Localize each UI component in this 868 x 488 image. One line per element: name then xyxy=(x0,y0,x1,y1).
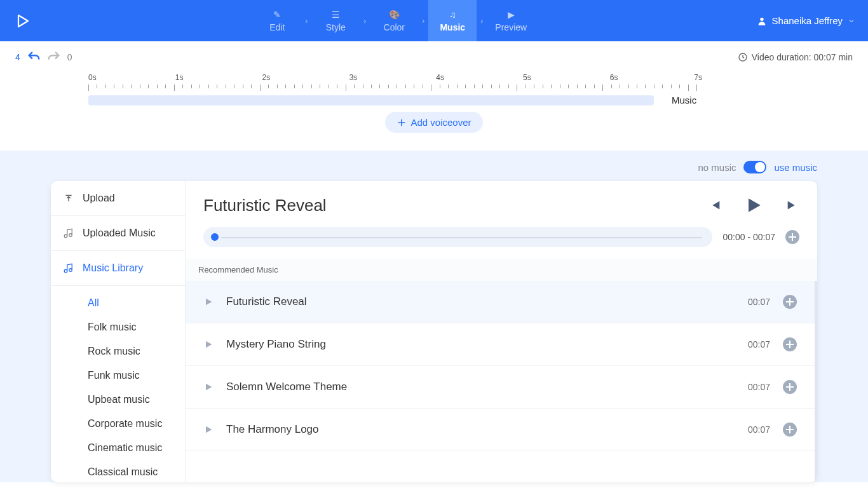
timeline: 0s 1s 2s 3s 4s 5s 6s 7s Music Add voiceo… xyxy=(0,73,868,151)
play-icon[interactable] xyxy=(203,297,214,307)
next-track-button[interactable] xyxy=(785,198,799,212)
category-classical[interactable]: Classical music xyxy=(51,460,185,482)
prev-track-button[interactable] xyxy=(708,198,722,212)
undo-icon[interactable] xyxy=(27,50,41,64)
app-header: ✎Edit › ☰Style › 🎨Color › ♫Music › ▶Prev… xyxy=(0,0,868,41)
music-track-row: Music xyxy=(88,95,815,105)
user-icon xyxy=(757,16,767,26)
recommended-header: Recommended Music xyxy=(186,259,817,281)
play-icon[interactable] xyxy=(203,424,214,435)
use-music-label: use music xyxy=(774,162,817,173)
step-color[interactable]: 🎨Color xyxy=(370,0,418,41)
chevron-right-icon: › xyxy=(360,0,370,41)
user-menu[interactable]: Shaneika Jeffrey xyxy=(757,15,855,26)
track-row[interactable]: Solemn Welcome Theme 00:07 xyxy=(186,366,815,409)
music-section: no music use music Upload Uploaded Music… xyxy=(0,151,868,482)
no-music-label: no music xyxy=(698,162,736,173)
user-name: Shaneika Jeffrey xyxy=(772,15,843,26)
svg-point-0 xyxy=(760,17,763,20)
progress-bar[interactable] xyxy=(203,227,712,247)
play-icon[interactable] xyxy=(203,339,214,349)
category-list: All Folk music Rock music Funk music Upb… xyxy=(51,286,185,482)
track-row[interactable]: Futuristic Reveal 00:07 xyxy=(186,281,815,323)
category-corporate[interactable]: Corporate music xyxy=(51,412,185,436)
redo-icon[interactable] xyxy=(47,50,61,64)
add-track-button[interactable] xyxy=(783,337,797,351)
music-note-icon xyxy=(62,227,75,239)
current-track-title: Futuristic Reveal xyxy=(203,196,695,215)
add-track-button[interactable] xyxy=(783,380,797,394)
music-library-icon xyxy=(62,262,75,274)
step-edit[interactable]: ✎Edit xyxy=(253,0,301,41)
step-music[interactable]: ♫Music xyxy=(428,0,477,41)
play-icon[interactable] xyxy=(203,382,214,392)
music-library-tab[interactable]: Music Library xyxy=(51,251,185,286)
step-preview[interactable]: ▶Preview xyxy=(487,0,535,41)
track-row[interactable]: Mystery Piano String 00:07 xyxy=(186,323,815,366)
progress-time: 00:00 - 00:07 xyxy=(722,232,775,242)
add-track-button[interactable] xyxy=(785,230,799,244)
wizard-nav: ✎Edit › ☰Style › 🎨Color › ♫Music › ▶Prev… xyxy=(32,0,757,41)
chevron-right-icon: › xyxy=(477,0,487,41)
category-upbeat[interactable]: Upbeat music xyxy=(51,388,185,412)
edit-icon: ✎ xyxy=(273,10,281,20)
music-track-bar[interactable] xyxy=(88,95,654,105)
music-toggle-row: no music use music xyxy=(0,151,868,181)
music-toggle[interactable] xyxy=(743,161,766,173)
step-style[interactable]: ☰Style xyxy=(311,0,360,41)
undo-count: 4 xyxy=(15,52,20,62)
toolbar: 4 0 Video duration: 00:07 min xyxy=(0,41,868,73)
music-icon: ♫ xyxy=(449,10,456,20)
music-main: Futuristic Reveal 00:00 - 00:07 Recommen… xyxy=(186,181,817,482)
palette-icon: 🎨 xyxy=(389,10,400,20)
progress-handle[interactable] xyxy=(211,233,219,241)
chevron-right-icon: › xyxy=(418,0,428,41)
category-cinematic[interactable]: Cinematic music xyxy=(51,436,185,460)
add-track-button[interactable] xyxy=(783,423,797,437)
category-all[interactable]: All xyxy=(51,291,185,315)
category-rock[interactable]: Rock music xyxy=(51,339,185,363)
uploaded-music-tab[interactable]: Uploaded Music xyxy=(51,216,185,251)
clock-icon xyxy=(738,52,748,62)
time-ruler[interactable]: 0s 1s 2s 3s 4s 5s 6s 7s xyxy=(88,73,697,95)
track-label: Music xyxy=(672,95,696,105)
add-voiceover-button[interactable]: Add voiceover xyxy=(385,112,482,133)
music-panel: Upload Uploaded Music Music Library All … xyxy=(51,181,817,482)
add-track-button[interactable] xyxy=(783,295,797,309)
chevron-down-icon xyxy=(848,17,855,25)
app-logo[interactable] xyxy=(13,11,32,30)
music-sidebar: Upload Uploaded Music Music Library All … xyxy=(51,181,186,482)
play-icon: ▶ xyxy=(508,10,515,20)
category-folk[interactable]: Folk music xyxy=(51,315,185,339)
upload-icon xyxy=(62,193,75,203)
upload-tab[interactable]: Upload xyxy=(51,181,185,216)
chevron-right-icon: › xyxy=(301,0,311,41)
video-duration: Video duration: 00:07 min xyxy=(738,52,853,62)
plus-icon xyxy=(397,118,407,128)
track-row[interactable]: The Harmony Logo 00:07 xyxy=(186,409,815,451)
logo-icon xyxy=(13,11,32,30)
play-button[interactable] xyxy=(743,195,764,215)
stack-icon: ☰ xyxy=(332,10,340,20)
track-list[interactable]: Futuristic Reveal 00:07 Mystery Piano St… xyxy=(186,281,817,482)
redo-count: 0 xyxy=(67,52,72,62)
category-funk[interactable]: Funk music xyxy=(51,363,185,388)
